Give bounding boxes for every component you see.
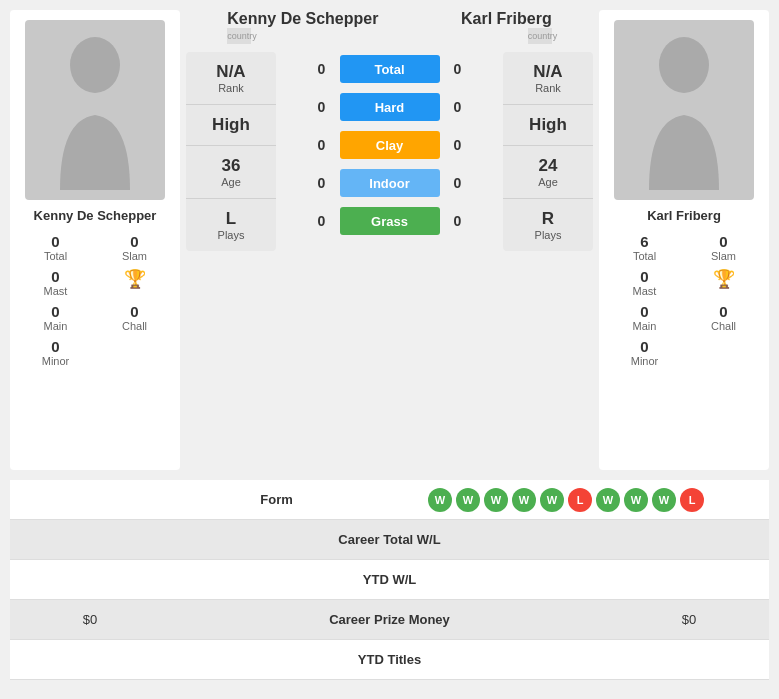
grass-right-score: 0: [446, 213, 470, 229]
left-avatar-silhouette: [50, 30, 140, 190]
grass-row: 0 Grass 0: [282, 204, 497, 238]
form-badge-w: W: [624, 488, 648, 512]
clay-button[interactable]: Clay: [340, 131, 440, 159]
form-badge-w: W: [596, 488, 620, 512]
form-badge-w: W: [540, 488, 564, 512]
ytd-titles-label: YTD Titles: [170, 652, 609, 667]
left-plays-block: L Plays: [186, 199, 276, 251]
right-player-name: Karl Friberg: [647, 208, 721, 223]
right-avatar-silhouette: [639, 30, 729, 190]
right-rank-block: N/A Rank: [503, 52, 593, 105]
right-stat-panel: N/A Rank High 24 Age R Plays: [503, 52, 593, 251]
players-section: Kenny De Schepper 0 Total 0 Slam 0 Mast …: [0, 0, 779, 480]
form-badge-l: L: [568, 488, 592, 512]
clay-row: 0 Clay 0: [282, 128, 497, 162]
left-name-block: Kenny De Schepper country: [227, 10, 378, 44]
three-col: N/A Rank High 36 Age L Plays: [186, 52, 593, 251]
right-form-block: High: [503, 105, 593, 146]
form-badge-w: W: [484, 488, 508, 512]
clay-right-score: 0: [446, 137, 470, 153]
hard-row: 0 Hard 0: [282, 90, 497, 124]
form-badge-w: W: [456, 488, 480, 512]
bottom-section: Form WWWWWLWWWL Career Total W/L YTD W/L…: [0, 480, 779, 680]
right-player-stats: 6 Total 0 Slam 0 Mast 🏆 0 Main: [607, 233, 761, 367]
right-trophy-icon: 🏆: [686, 268, 761, 297]
left-rank-block: N/A Rank: [186, 52, 276, 105]
ytd-wl-row: YTD W/L: [10, 560, 769, 600]
center-surfaces: 0 Total 0 0 Hard 0 0 Clay 0: [282, 52, 497, 251]
svg-point-0: [70, 37, 120, 93]
main-container: Kenny De Schepper 0 Total 0 Slam 0 Mast …: [0, 0, 779, 680]
indoor-right-score: 0: [446, 175, 470, 191]
indoor-left-score: 0: [310, 175, 334, 191]
total-button[interactable]: Total: [340, 55, 440, 83]
prize-right: $0: [609, 612, 769, 627]
right-center-name: Karl Friberg: [461, 10, 552, 28]
left-trophy-icon: 🏆: [97, 268, 172, 297]
career-wl-row: Career Total W/L: [10, 520, 769, 560]
right-player-avatar: [614, 20, 754, 200]
prize-label: Career Prize Money: [170, 612, 609, 627]
left-player-name: Kenny De Schepper: [34, 208, 157, 223]
form-badge-l: L: [680, 488, 704, 512]
prize-left: $0: [10, 612, 170, 627]
right-country-flag: country: [528, 28, 552, 44]
right-name-block: Karl Friberg country: [461, 10, 552, 44]
left-stat-slam: 0 Slam: [97, 233, 172, 262]
ytd-wl-label: YTD W/L: [170, 572, 609, 587]
form-label: Form: [180, 492, 373, 507]
left-stat-panel: N/A Rank High 36 Age L Plays: [186, 52, 276, 251]
right-country: country: [528, 28, 552, 44]
svg-point-1: [659, 37, 709, 93]
left-country: country: [227, 28, 251, 44]
right-player-card: Karl Friberg 6 Total 0 Slam 0 Mast 🏆: [599, 10, 769, 470]
right-stat-total: 6 Total: [607, 233, 682, 262]
left-form-block: High: [186, 105, 276, 146]
left-stat-mast: 0 Mast: [18, 268, 93, 297]
right-stat-chall: 0 Chall: [686, 303, 761, 332]
indoor-button[interactable]: Indoor: [340, 169, 440, 197]
form-badge-w: W: [512, 488, 536, 512]
right-stat-main: 0 Main: [607, 303, 682, 332]
right-stat-mast: 0 Mast: [607, 268, 682, 297]
indoor-row: 0 Indoor 0: [282, 166, 497, 200]
left-player-stats: 0 Total 0 Slam 0 Mast 🏆 0 Main: [18, 233, 172, 367]
left-stat-total: 0 Total: [18, 233, 93, 262]
prize-row: $0 Career Prize Money $0: [10, 600, 769, 640]
hard-button[interactable]: Hard: [340, 93, 440, 121]
right-plays-block: R Plays: [503, 199, 593, 251]
ytd-titles-row: YTD Titles: [10, 640, 769, 680]
total-row: 0 Total 0: [282, 52, 497, 86]
hard-right-score: 0: [446, 99, 470, 115]
form-badge-w: W: [428, 488, 452, 512]
left-stat-minor: 0 Minor: [18, 338, 93, 367]
clay-left-score: 0: [310, 137, 334, 153]
grass-left-score: 0: [310, 213, 334, 229]
right-stat-slam: 0 Slam: [686, 233, 761, 262]
right-stat-minor: 0 Minor: [607, 338, 682, 367]
left-player-card: Kenny De Schepper 0 Total 0 Slam 0 Mast …: [10, 10, 180, 470]
total-left-score: 0: [310, 61, 334, 77]
left-stat-chall: 0 Chall: [97, 303, 172, 332]
left-country-flag: country: [227, 28, 251, 44]
form-badge-w: W: [652, 488, 676, 512]
total-right-score: 0: [446, 61, 470, 77]
left-center-name: Kenny De Schepper: [227, 10, 378, 28]
center-column: Kenny De Schepper country Karl Friberg c…: [186, 10, 593, 251]
career-wl-label: Career Total W/L: [170, 532, 609, 547]
form-row: Form WWWWWLWWWL: [10, 480, 769, 520]
form-badges: WWWWWLWWWL: [373, 488, 759, 512]
hard-left-score: 0: [310, 99, 334, 115]
grass-button[interactable]: Grass: [340, 207, 440, 235]
names-row: Kenny De Schepper country Karl Friberg c…: [186, 10, 593, 44]
left-age-block: 36 Age: [186, 146, 276, 199]
left-stat-main: 0 Main: [18, 303, 93, 332]
left-player-avatar: [25, 20, 165, 200]
right-age-block: 24 Age: [503, 146, 593, 199]
